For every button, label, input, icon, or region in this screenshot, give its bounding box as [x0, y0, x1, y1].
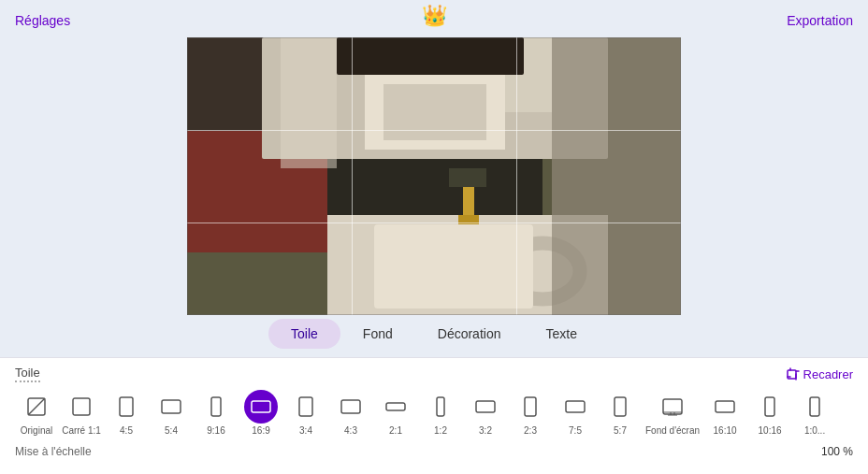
settings-label[interactable]: Réglages: [15, 13, 70, 28]
svg-rect-27: [386, 403, 405, 410]
ratio-5-7-label: 5:7: [614, 425, 627, 436]
ratio-3-4-icon: [289, 390, 323, 424]
scale-value: 100 %: [821, 445, 853, 458]
ratio-16-9[interactable]: 16:9: [239, 386, 282, 439]
svg-rect-31: [566, 401, 585, 412]
ratio-1-0-icon: [798, 390, 832, 424]
ratio-1-0[interactable]: 1:0...: [793, 386, 836, 439]
svg-rect-40: [810, 397, 819, 416]
svg-line-19: [28, 398, 45, 415]
tab-texte[interactable]: Texte: [523, 319, 599, 349]
ratio-2-3-label: 2:3: [524, 425, 537, 436]
recadrer-button[interactable]: Recadrer: [787, 367, 853, 381]
svg-rect-13: [281, 37, 337, 168]
tab-decoration[interactable]: Décoration: [415, 319, 524, 349]
ratio-3-4[interactable]: 3:4: [284, 386, 327, 439]
settings-link[interactable]: Réglages: [15, 12, 70, 29]
ratio-1-2[interactable]: 1:2: [419, 386, 462, 439]
ratio-16-10[interactable]: 16:10: [703, 386, 746, 439]
ratio-5-7-icon: [603, 390, 637, 424]
ratio-16-9-icon: [244, 390, 278, 424]
scale-row: Mise à l'échelle 100 %: [15, 445, 853, 458]
ratio-4-3[interactable]: 4:3: [329, 386, 372, 439]
ratio-9-16-icon: [199, 390, 233, 424]
ratio-fond-ecran-label: Fond d'écran: [645, 425, 700, 436]
svg-rect-39: [765, 397, 774, 416]
photo-svg: [187, 37, 681, 315]
svg-rect-23: [211, 397, 221, 416]
recadrer-label: Recadrer: [803, 367, 853, 381]
svg-rect-6: [383, 84, 486, 140]
svg-rect-26: [341, 400, 360, 413]
svg-rect-9: [374, 224, 533, 309]
ratio-1-1[interactable]: Carré 1:1: [60, 386, 103, 439]
toolbar-header: Toile Recadrer: [15, 366, 853, 382]
ratio-5-4-label: 5:4: [165, 425, 178, 436]
ratio-10-16[interactable]: 10:16: [748, 386, 791, 439]
export-link[interactable]: Exportation: [787, 12, 853, 29]
ratio-2-1-label: 2:1: [389, 425, 402, 436]
ratio-10-16-icon: [753, 390, 787, 424]
ratio-9-16[interactable]: 9:16: [195, 386, 238, 439]
ratio-2-1-icon: [379, 390, 412, 424]
ratio-3-2-label: 3:2: [479, 425, 492, 436]
ratio-original-label: Original: [21, 425, 52, 436]
ratio-4-5[interactable]: 4:5: [105, 386, 148, 439]
ratio-3-2-icon: [469, 390, 502, 424]
ratio-1-1-icon: [65, 390, 98, 424]
tabs-row: Toile Fond Décoration Texte: [0, 319, 868, 349]
ratio-3-4-label: 3:4: [299, 425, 312, 436]
ratio-fond-ecran-icon: [656, 390, 689, 424]
svg-rect-12: [552, 37, 681, 315]
ratio-16-9-label: 16:9: [252, 425, 269, 436]
svg-rect-30: [525, 397, 536, 416]
svg-rect-28: [437, 397, 444, 416]
ratio-5-4-icon: [154, 390, 188, 424]
ratio-16-10-label: 16:10: [714, 425, 737, 436]
ratio-1-2-label: 1:2: [434, 425, 447, 436]
image-canvas: [187, 37, 681, 315]
ratio-original-icon: [20, 390, 53, 424]
svg-rect-21: [120, 397, 133, 416]
ratio-10-16-label: 10:16: [759, 425, 782, 436]
export-label[interactable]: Exportation: [787, 13, 853, 28]
ratio-5-7[interactable]: 5:7: [599, 386, 642, 439]
recadrer-icon: [787, 367, 800, 381]
ratio-7-5[interactable]: 7:5: [554, 386, 597, 439]
ratio-16-10-icon: [708, 390, 742, 424]
ratio-4-3-icon: [334, 390, 368, 424]
canvas-area: [0, 34, 868, 319]
ratio-2-3-icon: [514, 390, 547, 424]
ratio-fond-ecran[interactable]: Fond d'écran: [644, 386, 702, 439]
svg-rect-25: [299, 397, 312, 416]
ratio-7-5-label: 7:5: [569, 425, 582, 436]
ratio-4-3-label: 4:3: [344, 425, 357, 436]
svg-rect-11: [458, 215, 479, 224]
tab-toile[interactable]: Toile: [268, 319, 340, 349]
ratio-2-1[interactable]: 2:1: [374, 386, 417, 439]
ratio-5-4[interactable]: 5:4: [150, 386, 193, 439]
ratio-row: Original Carré 1:1 4:5: [15, 386, 853, 443]
ratio-1-0-label: 1:0...: [804, 425, 825, 436]
svg-rect-24: [252, 401, 270, 412]
ratio-7-5-icon: [558, 390, 592, 424]
ratio-original[interactable]: Original: [15, 386, 58, 439]
tab-fond[interactable]: Fond: [340, 319, 415, 349]
ratio-1-1-label: Carré 1:1: [62, 425, 101, 436]
ratio-2-3[interactable]: 2:3: [509, 386, 552, 439]
svg-rect-15: [337, 37, 524, 75]
ratio-4-5-icon: [109, 390, 143, 424]
header: Réglages 👑 Exportation: [0, 0, 868, 34]
bottom-toolbar: Toile Recadrer Original: [0, 357, 868, 474]
image-container[interactable]: [187, 37, 681, 315]
ratio-9-16-label: 9:16: [207, 425, 224, 436]
svg-rect-38: [716, 401, 734, 412]
crown-icon: 👑: [422, 4, 447, 28]
svg-rect-16: [449, 168, 486, 187]
ratio-3-2[interactable]: 3:2: [464, 386, 507, 439]
svg-rect-20: [73, 398, 90, 415]
scale-label: Mise à l'échelle: [15, 445, 92, 458]
svg-rect-22: [162, 400, 181, 413]
ratio-1-2-icon: [424, 390, 457, 424]
svg-rect-29: [476, 401, 495, 412]
